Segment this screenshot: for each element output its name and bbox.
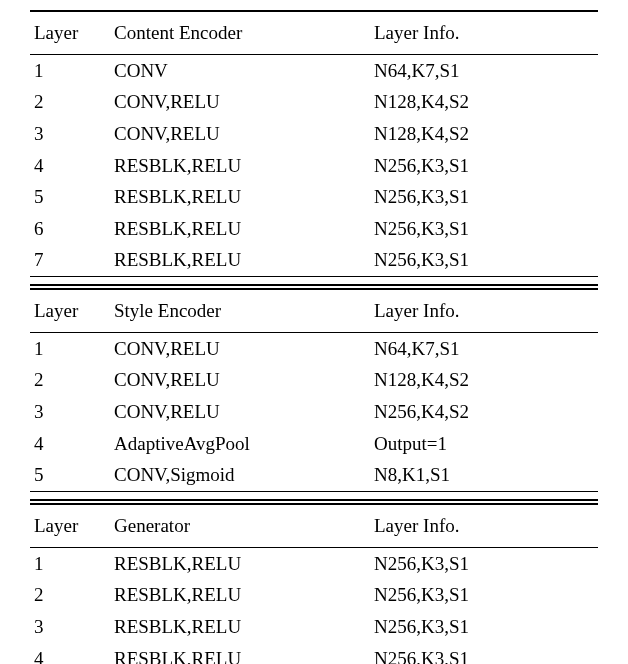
table-row: 5 CONV,Sigmoid N8,K1,S1 bbox=[30, 459, 598, 491]
cell-layer: 3 bbox=[30, 611, 110, 643]
cell-layer: 3 bbox=[30, 118, 110, 150]
col-header-info: Layer Info. bbox=[370, 11, 598, 54]
cell-module: CONV bbox=[110, 54, 370, 86]
table-header-row: Layer Content Encoder Layer Info. bbox=[30, 11, 598, 54]
cell-info: N64,K7,S1 bbox=[370, 332, 598, 364]
cell-info: N128,K4,S2 bbox=[370, 86, 598, 118]
cell-module: RESBLK,RELU bbox=[110, 643, 370, 664]
cell-layer: 6 bbox=[30, 213, 110, 245]
table-row: 2 CONV,RELU N128,K4,S2 bbox=[30, 86, 598, 118]
architecture-table-page: Layer Content Encoder Layer Info. 1 CONV… bbox=[0, 0, 628, 664]
cell-info: Output=1 bbox=[370, 428, 598, 460]
cell-module: CONV,RELU bbox=[110, 332, 370, 364]
cell-layer: 4 bbox=[30, 428, 110, 460]
table-header-row: Layer Style Encoder Layer Info. bbox=[30, 290, 598, 332]
cell-module: CONV,RELU bbox=[110, 118, 370, 150]
cell-layer: 5 bbox=[30, 181, 110, 213]
cell-layer: 7 bbox=[30, 244, 110, 276]
cell-layer: 1 bbox=[30, 54, 110, 86]
cell-layer: 3 bbox=[30, 396, 110, 428]
cell-info: N256,K3,S1 bbox=[370, 579, 598, 611]
cell-module: RESBLK,RELU bbox=[110, 579, 370, 611]
cell-info: N256,K3,S1 bbox=[370, 547, 598, 579]
cell-layer: 4 bbox=[30, 643, 110, 664]
cell-module: RESBLK,RELU bbox=[110, 181, 370, 213]
cell-module: AdaptiveAvgPool bbox=[110, 428, 370, 460]
cell-info: N256,K3,S1 bbox=[370, 213, 598, 245]
table-row: 4 RESBLK,RELU N256,K3,S1 bbox=[30, 643, 598, 664]
cell-info: N256,K3,S1 bbox=[370, 150, 598, 182]
cell-module: CONV,RELU bbox=[110, 364, 370, 396]
cell-info: N256,K3,S1 bbox=[370, 643, 598, 664]
table-row: 2 RESBLK,RELU N256,K3,S1 bbox=[30, 579, 598, 611]
table-header-row: Layer Generator Layer Info. bbox=[30, 505, 598, 547]
table-row: 3 RESBLK,RELU N256,K3,S1 bbox=[30, 611, 598, 643]
cell-layer: 2 bbox=[30, 579, 110, 611]
cell-info: N256,K3,S1 bbox=[370, 244, 598, 276]
cell-info: N128,K4,S2 bbox=[370, 364, 598, 396]
cell-module: RESBLK,RELU bbox=[110, 150, 370, 182]
table-row: 2 CONV,RELU N128,K4,S2 bbox=[30, 364, 598, 396]
cell-layer: 1 bbox=[30, 332, 110, 364]
cell-info: N256,K3,S1 bbox=[370, 181, 598, 213]
cell-info: N256,K3,S1 bbox=[370, 611, 598, 643]
cell-layer: 4 bbox=[30, 150, 110, 182]
table-row: 7 RESBLK,RELU N256,K3,S1 bbox=[30, 244, 598, 276]
architecture-table: Layer Content Encoder Layer Info. 1 CONV… bbox=[30, 10, 598, 664]
col-header-module: Generator bbox=[110, 505, 370, 547]
cell-info: N128,K4,S2 bbox=[370, 118, 598, 150]
table-row: 6 RESBLK,RELU N256,K3,S1 bbox=[30, 213, 598, 245]
cell-module: RESBLK,RELU bbox=[110, 611, 370, 643]
cell-info: N64,K7,S1 bbox=[370, 54, 598, 86]
col-header-info: Layer Info. bbox=[370, 505, 598, 547]
col-header-info: Layer Info. bbox=[370, 290, 598, 332]
cell-module: CONV,RELU bbox=[110, 86, 370, 118]
table-row: 3 CONV,RELU N256,K4,S2 bbox=[30, 396, 598, 428]
col-header-layer: Layer bbox=[30, 290, 110, 332]
table-row: 5 RESBLK,RELU N256,K3,S1 bbox=[30, 181, 598, 213]
table-row: 1 RESBLK,RELU N256,K3,S1 bbox=[30, 547, 598, 579]
col-header-layer: Layer bbox=[30, 11, 110, 54]
table-row: 4 RESBLK,RELU N256,K3,S1 bbox=[30, 150, 598, 182]
table-row: 4 AdaptiveAvgPool Output=1 bbox=[30, 428, 598, 460]
cell-layer: 2 bbox=[30, 86, 110, 118]
table-row: 3 CONV,RELU N128,K4,S2 bbox=[30, 118, 598, 150]
cell-module: RESBLK,RELU bbox=[110, 547, 370, 579]
col-header-module: Style Encoder bbox=[110, 290, 370, 332]
col-header-module: Content Encoder bbox=[110, 11, 370, 54]
cell-module: RESBLK,RELU bbox=[110, 213, 370, 245]
cell-module: RESBLK,RELU bbox=[110, 244, 370, 276]
cell-layer: 1 bbox=[30, 547, 110, 579]
cell-info: N8,K1,S1 bbox=[370, 459, 598, 491]
cell-layer: 2 bbox=[30, 364, 110, 396]
table-row: 1 CONV N64,K7,S1 bbox=[30, 54, 598, 86]
cell-layer: 5 bbox=[30, 459, 110, 491]
cell-module: CONV,RELU bbox=[110, 396, 370, 428]
cell-module: CONV,Sigmoid bbox=[110, 459, 370, 491]
cell-info: N256,K4,S2 bbox=[370, 396, 598, 428]
table-row: 1 CONV,RELU N64,K7,S1 bbox=[30, 332, 598, 364]
col-header-layer: Layer bbox=[30, 505, 110, 547]
